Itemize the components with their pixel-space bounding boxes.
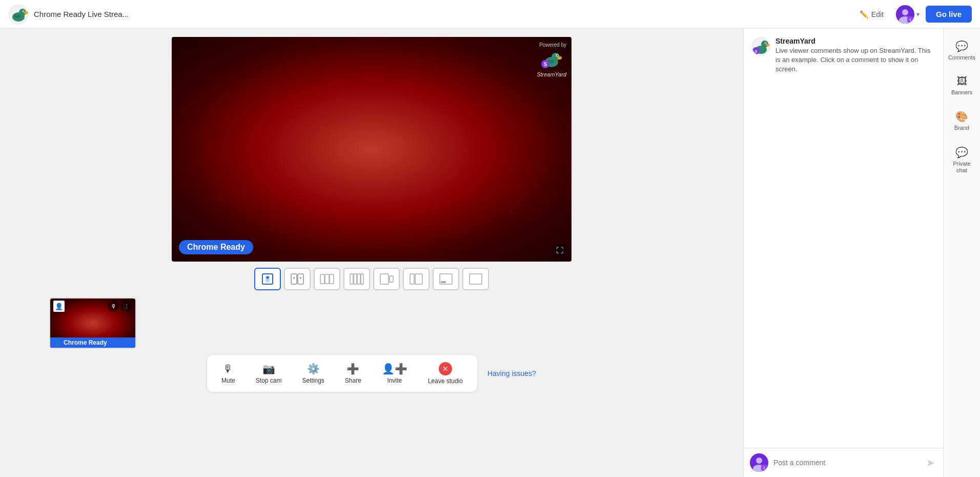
sidebar-private-chat-button[interactable]: 💬 Private chat bbox=[944, 139, 980, 181]
svg-rect-27 bbox=[320, 274, 324, 284]
svg-point-26 bbox=[300, 277, 302, 279]
svg-rect-39 bbox=[441, 281, 446, 283]
svg-point-45 bbox=[766, 43, 767, 44]
sidebar-brand-button[interactable]: 🎨 Brand bbox=[944, 103, 980, 138]
sidebar-banners-button[interactable]: 🖼 Banners bbox=[944, 68, 980, 103]
user-avatar-button[interactable]: t ▾ bbox=[896, 5, 920, 24]
layout-four-button[interactable] bbox=[343, 268, 370, 290]
pencil-icon: ✏️ bbox=[860, 10, 868, 18]
app-logo bbox=[8, 4, 29, 25]
video-preview: Powered by S bbox=[172, 37, 571, 262]
camera-icon: 📷 bbox=[262, 363, 275, 375]
layout-minimal-button[interactable] bbox=[462, 268, 489, 290]
comment-send-button[interactable]: ➤ bbox=[924, 454, 937, 471]
thumbnail-item[interactable]: 👤 🎙 ⋮ 👤 Chrome Ready bbox=[49, 297, 136, 349]
svg-rect-40 bbox=[469, 274, 482, 284]
invite-icon: 👤➕ bbox=[382, 363, 407, 375]
layout-lower-third-button[interactable] bbox=[433, 268, 459, 290]
person-icon-small: 👤 bbox=[54, 340, 62, 346]
sidebar-comments-button[interactable]: 💬 Comments bbox=[944, 33, 980, 68]
comment-input-avatar: t bbox=[750, 453, 768, 472]
comment-input-area: t ➤ bbox=[744, 448, 943, 477]
svg-rect-29 bbox=[330, 274, 334, 284]
layout-single-button[interactable] bbox=[254, 268, 281, 290]
thumbnail-name-bar: 👤 Chrome Ready bbox=[50, 337, 135, 348]
go-live-button[interactable]: Go live bbox=[926, 6, 972, 23]
comment-avatar: S bbox=[752, 37, 770, 55]
comment-input[interactable] bbox=[773, 456, 919, 469]
svg-point-6 bbox=[14, 15, 21, 18]
bottom-toolbar: 🎙 Mute 📷 Stop cam ⚙️ Settings ➕ Share bbox=[207, 349, 536, 400]
layout-two-button[interactable] bbox=[284, 268, 311, 290]
right-panel: S StreamYard Live viewer comments show u… bbox=[743, 29, 943, 477]
svg-rect-32 bbox=[357, 274, 360, 284]
svg-rect-37 bbox=[415, 274, 422, 284]
header-title: Chrome Ready Live Strea... bbox=[34, 10, 853, 18]
comments-area: S StreamYard Live viewer comments show u… bbox=[744, 29, 943, 448]
mute-button[interactable]: 🎙 Mute bbox=[217, 361, 239, 386]
comment-text: Live viewer comments show up on StreamYa… bbox=[775, 46, 935, 74]
svg-rect-35 bbox=[390, 276, 393, 282]
leave-icon: ✕ bbox=[439, 362, 452, 375]
settings-button[interactable]: ⚙️ Settings bbox=[298, 361, 329, 386]
invite-button[interactable]: 👤➕ Invite bbox=[378, 361, 412, 386]
person-icon: 👤 bbox=[53, 301, 65, 312]
leave-studio-button[interactable]: ✕ Leave studio bbox=[424, 360, 467, 387]
left-panel: Powered by S bbox=[0, 29, 743, 477]
having-issues-link[interactable]: Having issues? bbox=[487, 369, 536, 377]
svg-rect-34 bbox=[380, 274, 389, 284]
brand-icon: 🎨 bbox=[955, 110, 968, 123]
comment-content: StreamYard Live viewer comments show up … bbox=[775, 37, 935, 74]
comment-author: StreamYard bbox=[775, 37, 935, 45]
thumbnail-top-bar: 👤 🎙 ⋮ bbox=[50, 299, 135, 314]
layout-three-button[interactable] bbox=[314, 268, 340, 290]
edit-button[interactable]: ✏️ Edit bbox=[853, 7, 890, 22]
layout-selector bbox=[254, 268, 489, 290]
svg-rect-33 bbox=[361, 274, 363, 284]
comments-icon: 💬 bbox=[955, 40, 968, 52]
chevron-down-icon: ▾ bbox=[916, 11, 920, 18]
header: Chrome Ready Live Strea... ✏️ Edit t ▾ G… bbox=[0, 0, 980, 29]
svg-point-15 bbox=[557, 55, 558, 56]
gear-icon: ⚙️ bbox=[307, 363, 320, 375]
microphone-icon: 🎙 bbox=[223, 363, 233, 375]
layout-side-button[interactable] bbox=[373, 268, 400, 290]
svg-rect-31 bbox=[354, 274, 357, 284]
share-icon: ➕ bbox=[346, 363, 359, 375]
avatar: t bbox=[896, 5, 914, 24]
thumbnail-strip: 👤 🎙 ⋮ 👤 Chrome Ready bbox=[8, 297, 136, 349]
right-sidebar: 💬 Comments 🖼 Banners 🎨 Brand 💬 Private c… bbox=[943, 29, 980, 477]
thumbnail-menu-button[interactable]: ⋮ bbox=[121, 301, 132, 312]
svg-rect-28 bbox=[325, 274, 329, 284]
svg-point-4 bbox=[24, 11, 25, 12]
stopcam-button[interactable]: 📷 Stop cam bbox=[252, 361, 286, 386]
comment-item: S StreamYard Live viewer comments show u… bbox=[752, 37, 935, 74]
svg-text:S: S bbox=[544, 62, 547, 67]
watermark-duck-icon: S bbox=[541, 49, 562, 71]
svg-point-8 bbox=[902, 9, 908, 15]
svg-point-22 bbox=[267, 276, 269, 279]
private-chat-icon: 💬 bbox=[955, 146, 968, 158]
share-button[interactable]: ➕ Share bbox=[341, 361, 365, 386]
video-name-badge: Chrome Ready bbox=[179, 240, 253, 254]
svg-point-25 bbox=[293, 277, 295, 279]
svg-text:S: S bbox=[754, 49, 758, 54]
watermark-logo: S StreamYard bbox=[537, 49, 566, 77]
svg-rect-36 bbox=[410, 274, 414, 284]
layout-sidebar-left-button[interactable] bbox=[403, 268, 430, 290]
video-canvas bbox=[172, 37, 571, 262]
thumbnail-mic-button[interactable]: 🎙 bbox=[108, 301, 119, 312]
watermark: Powered by S bbox=[537, 42, 566, 77]
toolbar-group: 🎙 Mute 📷 Stop cam ⚙️ Settings ➕ Share bbox=[207, 355, 477, 392]
fullscreen-button[interactable]: ⛶ bbox=[553, 244, 566, 256]
banners-icon: 🖼 bbox=[957, 75, 967, 87]
svg-rect-30 bbox=[350, 274, 353, 284]
main-layout: Powered by S bbox=[0, 29, 980, 477]
svg-point-50 bbox=[756, 458, 762, 464]
